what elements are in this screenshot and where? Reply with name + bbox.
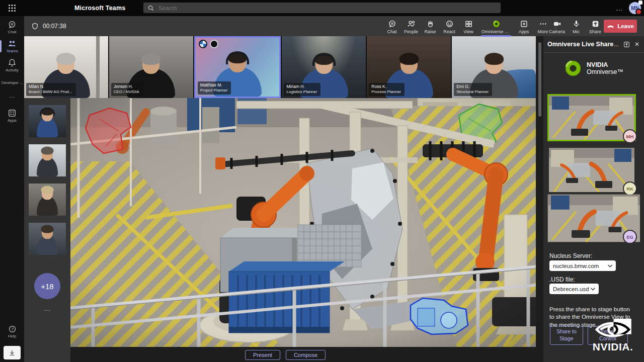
omniverse-view-thumbnail[interactable]: EG xyxy=(549,196,634,240)
connect-control-button[interactable]: Connect Control xyxy=(588,326,628,345)
participant-name-tag: Miriam H. Logistics Planner xyxy=(284,83,320,96)
omniverse-3d-viewport[interactable] xyxy=(70,98,536,347)
overflow-participants-badge[interactable]: +18 xyxy=(34,273,60,299)
chat-icon xyxy=(388,20,396,28)
participant-thumbnail-strip: +18 ... xyxy=(24,98,70,362)
sidebar-help-label: Help xyxy=(8,334,16,338)
tab-react[interactable]: React xyxy=(440,17,459,36)
chat-icon xyxy=(8,20,17,29)
share-button[interactable]: Share xyxy=(586,17,605,36)
strip-more-button[interactable]: ... xyxy=(44,305,50,312)
teams-people-icon xyxy=(8,39,17,48)
hangup-phone-icon xyxy=(607,24,614,29)
tab-people[interactable]: People xyxy=(401,17,421,36)
participant-silhouette xyxy=(37,226,58,255)
search-bar[interactable] xyxy=(143,3,501,13)
tab-chat[interactable]: Chat xyxy=(382,17,401,36)
participant-tile[interactable]: Ross K. Process Planner xyxy=(367,36,451,98)
mic-button[interactable]: Mic xyxy=(567,17,586,36)
apps-grid-icon xyxy=(8,109,17,118)
chevron-down-icon xyxy=(608,264,612,267)
avatar[interactable]: MN xyxy=(629,2,641,14)
topbar-more-button[interactable]: ... xyxy=(616,5,623,12)
left-nav-rail: Chat Teams Activity Developer ... ... Ap… xyxy=(0,16,24,362)
omniverse-live-share-panel: Omniverse Live Share ... ✕ NVIDIA Omnive… xyxy=(543,36,644,362)
usd-file-value: Debrecen.usd xyxy=(553,286,589,292)
factory-scene xyxy=(70,98,536,347)
tab-apps[interactable]: Apps xyxy=(514,17,533,36)
participant-tile[interactable]: Jensen H. CEO / NVIDIA xyxy=(109,36,193,98)
present-button[interactable]: Present xyxy=(245,350,280,360)
participant-name-tag: Emi G. Structural Planner xyxy=(454,83,492,96)
meeting-toolbar: 00:07:38 Chat People Raise React View xyxy=(24,16,644,36)
panel-popout-button[interactable] xyxy=(623,41,630,48)
tab-omniverse-live[interactable]: Omniverse L... xyxy=(478,17,514,36)
usd-file-label: .USD file: xyxy=(549,276,575,283)
participant-thumbnail[interactable] xyxy=(29,184,66,216)
tab-raise[interactable]: Raise xyxy=(421,17,440,36)
participant-silhouette xyxy=(37,187,58,216)
participant-thumbnail[interactable] xyxy=(29,144,66,176)
participant-tile[interactable]: Milan N. Board / BMW AG Prod... xyxy=(24,36,108,98)
topbar-right-cluster: ... MN xyxy=(616,0,641,16)
brand-line1: NVIDIA xyxy=(587,61,623,68)
sidebar-apps-label: Apps xyxy=(8,118,17,123)
download-icon xyxy=(9,349,16,356)
raise-hand-icon xyxy=(426,20,435,28)
participant-name: Milan N. xyxy=(29,84,72,89)
chevron-down-icon xyxy=(591,288,595,291)
usd-file-select[interactable]: Debrecen.usd xyxy=(549,284,599,294)
bmw-logo-icon xyxy=(199,40,207,48)
sidebar-item-apps[interactable]: Apps xyxy=(0,109,24,123)
sidebar-item-chat[interactable]: Chat xyxy=(0,20,24,34)
omniverse-view-thumbnail[interactable]: RK xyxy=(549,148,634,192)
vertical-scrollbar[interactable] xyxy=(538,42,541,117)
panel-close-button[interactable]: ✕ xyxy=(634,41,639,48)
panel-more-button[interactable]: ... xyxy=(614,41,619,48)
sidebar-item-more[interactable]: ... xyxy=(0,93,24,99)
sidebar-developer-label: Developer ... xyxy=(2,80,23,85)
search-icon xyxy=(148,5,154,11)
sidebar-item-help[interactable]: ? Help xyxy=(0,325,24,338)
sidebar-more-label: ... xyxy=(9,93,15,99)
sidebar-item-activity[interactable]: Activity xyxy=(0,58,24,72)
participant-name: Matthias M. xyxy=(200,82,228,88)
tile-logo-badges xyxy=(199,40,218,48)
camera-button[interactable]: Camera xyxy=(547,17,567,36)
compose-button[interactable]: Compose xyxy=(286,350,326,360)
search-input[interactable] xyxy=(157,5,461,12)
sidebar-item-teams[interactable]: Teams xyxy=(0,39,24,53)
nvidia-omniverse-brand: NVIDIA Omniverse™ xyxy=(543,59,644,77)
participant-tile[interactable]: Miriam H. Logistics Planner xyxy=(282,36,366,98)
download-desktop-button[interactable] xyxy=(4,346,21,359)
participant-tile[interactable]: Emi G. Structural Planner xyxy=(452,36,536,98)
app-launcher-button[interactable] xyxy=(0,0,24,16)
participant-role: Process Planner xyxy=(371,89,401,95)
sidebar-item-developer[interactable]: Developer ... xyxy=(0,80,24,85)
office-wall-detail xyxy=(96,36,100,98)
participant-thumbnail[interactable] xyxy=(29,223,66,255)
tab-apps-label: Apps xyxy=(519,29,529,34)
participant-name-tag: Ross K. Process Planner xyxy=(369,83,405,96)
share-screen-icon xyxy=(591,20,600,28)
app-title: Microsoft Teams xyxy=(74,5,125,12)
participant-thumbnail[interactable] xyxy=(29,105,66,137)
factory-view-image xyxy=(549,96,634,140)
tab-view[interactable]: View xyxy=(459,17,478,36)
mic-label: Mic xyxy=(573,29,580,34)
nucleus-server-select[interactable]: nucleus.bmw.com xyxy=(549,260,616,271)
omniverse-view-thumbnail[interactable]: MH xyxy=(549,96,634,140)
share-to-stage-button[interactable]: Share to Stage xyxy=(550,326,583,345)
nucleus-server-value: nucleus.bmw.com xyxy=(553,263,599,269)
participant-name: Emi G. xyxy=(456,84,489,89)
brand-text: NVIDIA Omniverse™ xyxy=(587,61,623,76)
vignette xyxy=(70,98,536,347)
participant-tile-active-speaker[interactable]: Matthias M. Project Planner xyxy=(194,36,281,98)
participant-tile-row: Milan N. Board / BMW AG Prod... Jensen H… xyxy=(24,36,536,98)
nucleus-server-label: Nucleus Server: xyxy=(549,252,592,259)
svg-text:?: ? xyxy=(11,327,14,332)
leave-button[interactable]: Leave xyxy=(604,20,637,33)
mic-icon xyxy=(572,20,581,28)
panel-action-buttons: Share to Stage Connect Control xyxy=(550,326,628,345)
participant-name-tag: Matthias M. Project Planner xyxy=(198,81,231,95)
